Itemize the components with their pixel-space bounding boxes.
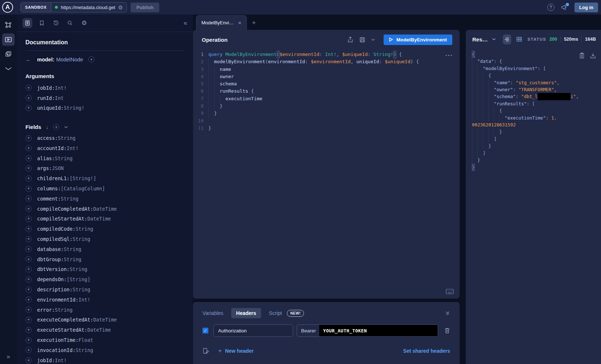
field-name[interactable]: executeStartedAt [37, 327, 84, 333]
doc-field-item[interactable]: +description: String [25, 284, 184, 295]
header-enabled-checkbox[interactable]: ✓ [203, 328, 208, 333]
add-field-to-query-icon[interactable]: + [25, 296, 32, 303]
add-field-to-query-icon[interactable]: + [25, 135, 32, 141]
endpoint-url-box[interactable]: https://metadata.cloud.get ⚙ [51, 3, 127, 12]
set-shared-headers-link[interactable]: Set shared headers [403, 348, 450, 354]
announcements-icon[interactable] [561, 4, 568, 11]
add-field-to-query-icon[interactable]: + [25, 95, 32, 101]
field-type[interactable]: String [76, 226, 93, 232]
add-field-to-query-icon[interactable]: + [25, 276, 32, 283]
doc-field-item[interactable]: +compileStartedAt: DateTime [25, 214, 184, 224]
editor-more-menu-icon[interactable]: ••• [445, 53, 453, 57]
tree-view-icon[interactable] [503, 35, 511, 44]
run-operation-button[interactable]: ModelByEnvironment [384, 35, 452, 45]
field-type[interactable]: String [73, 236, 91, 242]
add-field-to-query-icon[interactable]: + [25, 85, 32, 91]
add-field-to-query-icon[interactable]: + [25, 246, 32, 252]
field-type[interactable]: Int! [67, 145, 79, 151]
doc-field-item[interactable]: +executeCompletedAt: DateTime [25, 315, 184, 325]
response-dropdown-chevron-icon[interactable] [492, 38, 496, 41]
field-type[interactable]: String [76, 347, 93, 353]
add-field-to-query-icon[interactable]: + [25, 317, 32, 323]
field-name[interactable]: compileCompletedAt [37, 206, 90, 212]
edit-raw-headers-icon[interactable] [203, 348, 209, 355]
sort-fields-icon[interactable]: ↓ [46, 124, 48, 130]
doc-field-item[interactable]: +invocationId: String [25, 345, 184, 355]
auth-token-value[interactable]: YOUR_AUTH_TOKEN [319, 325, 438, 336]
add-field-to-query-icon[interactable]: + [25, 266, 32, 272]
field-name[interactable]: executionTime [37, 337, 76, 343]
explorer-icon[interactable] [2, 33, 15, 46]
field-name[interactable]: compileStartedAt [37, 216, 84, 222]
graphql-editor[interactable]: 1query ModelByEnvironment($environmentId… [193, 49, 460, 299]
add-field-to-query-icon[interactable]: + [25, 175, 32, 182]
field-type[interactable]: String [64, 246, 81, 252]
doc-field-item[interactable]: +accountId: Int! [25, 143, 184, 153]
doc-field-item[interactable]: +compiledSql: String [25, 234, 184, 244]
add-field-to-query-icon[interactable]: + [25, 327, 32, 333]
field-name[interactable]: access [37, 135, 55, 141]
download-response-icon[interactable] [590, 52, 596, 59]
breadcrumb-type[interactable]: ModelNode [56, 57, 83, 62]
field-name[interactable]: args [37, 165, 49, 171]
save-operation-icon[interactable] [359, 37, 365, 43]
field-type[interactable]: Int! [79, 297, 91, 303]
schema-graph-icon[interactable] [2, 19, 15, 31]
field-type[interactable]: [String] [67, 276, 90, 282]
publish-button[interactable]: Publish [131, 3, 159, 12]
field-type[interactable]: String [69, 266, 87, 272]
field-type[interactable]: String [55, 155, 73, 161]
doc-field-item[interactable]: +alias: String [25, 153, 184, 163]
add-field-to-query-icon[interactable]: + [25, 216, 32, 222]
field-name[interactable]: alias [37, 155, 52, 161]
field-type[interactable]: [CatalogColumn] [61, 186, 105, 191]
field-type[interactable]: DateTime [93, 317, 117, 323]
new-header-button[interactable]: + New header [218, 347, 254, 355]
documentation-tab-icon[interactable] [23, 18, 32, 28]
doc-field-item[interactable]: +jobId: Int! [25, 355, 184, 364]
doc-field-item[interactable]: +comment: String [25, 194, 184, 204]
doc-field-item[interactable]: +error: String [25, 305, 184, 315]
add-field-to-query-icon[interactable]: + [25, 145, 32, 151]
field-type[interactable]: Int! [55, 85, 67, 91]
add-field-to-query-icon[interactable]: + [25, 186, 32, 192]
field-name[interactable]: environmentId [37, 297, 76, 303]
doc-field-item[interactable]: +executeStartedAt: DateTime [25, 325, 184, 335]
add-field-to-query-icon[interactable]: + [25, 307, 32, 313]
field-type[interactable]: String [61, 196, 79, 202]
fields-chevron-icon[interactable] [64, 126, 68, 129]
field-type[interactable]: DateTime [87, 216, 111, 222]
delete-header-icon[interactable] [444, 327, 450, 334]
endpoint-settings-icon[interactable]: ⚙ [118, 5, 123, 10]
close-tab-icon[interactable]: × [238, 20, 241, 26]
doc-field-item[interactable]: +jobId: Int! [25, 83, 184, 93]
collections-icon[interactable] [2, 48, 15, 60]
field-name[interactable]: compiledSql [37, 236, 69, 242]
field-type[interactable]: String [58, 135, 76, 141]
field-type[interactable]: Int! [55, 357, 67, 363]
field-name[interactable]: dbtVersion [37, 266, 67, 272]
doc-field-item[interactable]: +runId: Int [25, 93, 184, 103]
response-body[interactable]: {"data": {"modelByEnvironment": [{"name"… [466, 49, 601, 364]
history-icon[interactable] [51, 18, 61, 28]
doc-field-item[interactable]: +environmentId: Int! [25, 295, 184, 305]
field-type[interactable]: Int [55, 95, 64, 101]
tab-variables[interactable]: Variables [203, 310, 223, 316]
settings-icon[interactable]: ⚙ [79, 18, 89, 28]
field-name[interactable]: childrenL1 [37, 175, 67, 181]
saved-operations-icon[interactable] [37, 18, 47, 28]
doc-field-item[interactable]: +childrenL1: [String!] [25, 173, 184, 183]
operation-tab[interactable]: ModelByEnvi… × [196, 15, 247, 30]
doc-field-item[interactable]: +dbtVersion: String [25, 264, 184, 275]
doc-field-item[interactable]: +args: JSON [25, 163, 184, 174]
add-field-to-query-icon[interactable]: + [25, 357, 32, 363]
field-name[interactable]: jobId [37, 357, 52, 363]
add-field-to-query-icon[interactable]: + [25, 256, 32, 262]
field-name[interactable]: jobId [37, 85, 52, 91]
back-arrow-icon[interactable]: ← [25, 56, 33, 63]
search-icon[interactable] [65, 18, 75, 28]
field-type[interactable]: String [73, 287, 91, 292]
copy-response-icon[interactable] [579, 52, 585, 59]
field-name[interactable]: dependsOn [37, 276, 64, 282]
field-name[interactable]: database [37, 246, 61, 252]
